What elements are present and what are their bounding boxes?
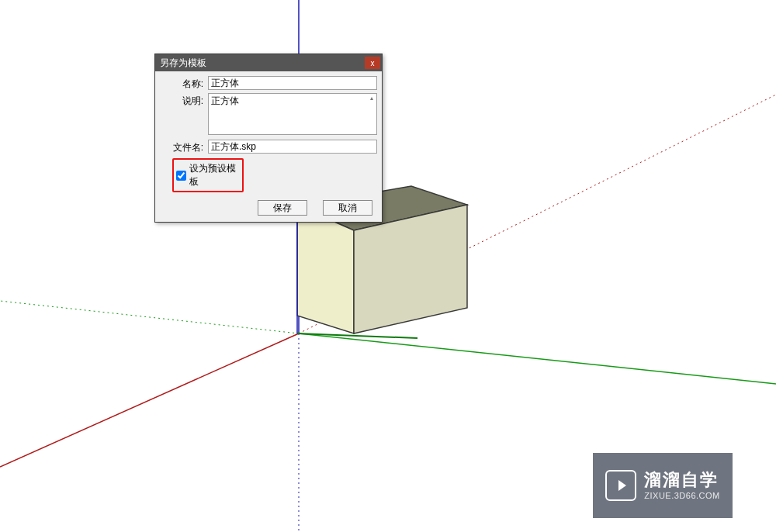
watermark-text: 溜溜自学 ZIXUE.3D66.COM [644,470,719,501]
desc-textarea[interactable] [208,93,377,135]
save-as-template-dialog: 另存为模板 x 名称: 说明: ▴ 文件名: 设为预设模板 保存 取消 [154,54,383,223]
name-input[interactable] [208,76,377,90]
play-icon [605,470,636,501]
svg-line-3 [0,301,299,333]
svg-line-4 [0,333,299,467]
dialog-title: 另存为模板 [160,54,206,71]
label-name: 名称: [160,76,208,91]
watermark-main: 溜溜自学 [644,470,719,490]
row-file: 文件名: [160,140,377,154]
label-desc: 说明: [160,93,208,108]
set-default-template-checkbox[interactable] [176,171,186,181]
watermark: 溜溜自学 ZIXUE.3D66.COM [593,453,733,518]
button-row: 保存 取消 [160,197,377,216]
scroll-up-icon[interactable]: ▴ [367,94,376,103]
filename-input[interactable] [208,140,377,154]
desc-wrap: ▴ [208,93,377,137]
close-button[interactable]: x [365,57,380,69]
dialog-body: 名称: 说明: ▴ 文件名: 设为预设模板 保存 取消 [155,71,382,222]
label-file: 文件名: [160,140,208,154]
cancel-button[interactable]: 取消 [323,200,372,216]
dialog-titlebar[interactable]: 另存为模板 x [155,54,382,71]
set-default-template-label: 设为预设模板 [189,162,237,188]
watermark-sub: ZIXUE.3D66.COM [644,491,719,501]
svg-line-2 [299,333,776,384]
row-desc: 说明: ▴ [160,93,377,137]
close-icon: x [371,59,375,67]
row-name: 名称: [160,76,377,91]
set-default-template-checkbox-row[interactable]: 设为预设模板 [172,158,244,192]
save-button[interactable]: 保存 [258,200,307,216]
